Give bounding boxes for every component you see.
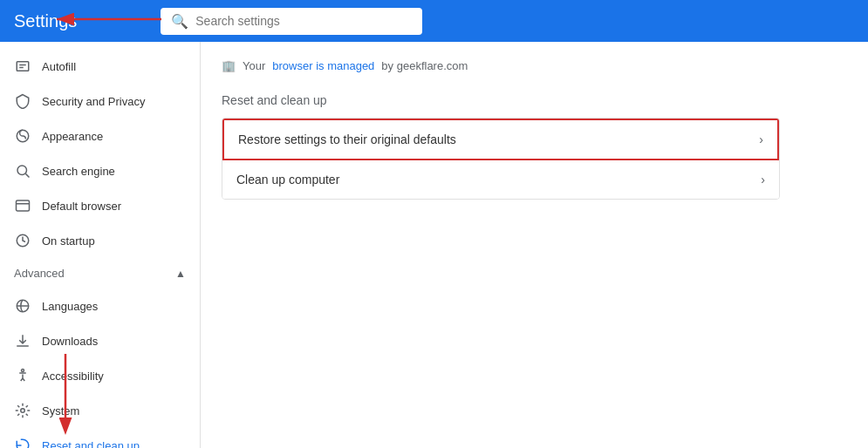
sidebar-label-default-browser: Default browser bbox=[42, 200, 121, 213]
managed-banner: 🏢 Your browser is managed by geekflare.c… bbox=[222, 59, 847, 72]
managed-link[interactable]: browser is managed bbox=[272, 59, 374, 72]
accessibility-icon bbox=[14, 367, 31, 384]
content-area: 🏢 Your browser is managed by geekflare.c… bbox=[201, 42, 868, 448]
search-icon: 🔍 bbox=[171, 13, 188, 30]
advanced-collapse-icon: ▲ bbox=[175, 268, 186, 280]
app-title: Settings bbox=[14, 11, 77, 31]
main-layout: Autofill Security and Privacy Appearance bbox=[0, 42, 868, 448]
sidebar-item-downloads[interactable]: Downloads bbox=[0, 323, 200, 358]
appearance-icon bbox=[14, 127, 31, 145]
sidebar-label-languages: Languages bbox=[42, 300, 98, 313]
svg-line-7 bbox=[25, 173, 29, 177]
svg-point-6 bbox=[17, 166, 27, 175]
security-icon bbox=[14, 92, 31, 110]
search-input[interactable] bbox=[195, 14, 412, 28]
sidebar-item-startup[interactable]: On startup bbox=[0, 223, 200, 258]
managed-icon: 🏢 bbox=[222, 59, 236, 72]
sidebar-label-autofill: Autofill bbox=[42, 60, 76, 73]
svg-rect-2 bbox=[17, 62, 29, 71]
clean-computer-row[interactable]: Clean up computer › bbox=[222, 160, 779, 199]
settings-list: Restore settings to their original defau… bbox=[222, 118, 780, 200]
sidebar-label-reset: Reset and clean up bbox=[42, 439, 140, 449]
search-bar[interactable]: 🔍 bbox=[161, 8, 422, 35]
advanced-section-header[interactable]: Advanced ▲ bbox=[0, 258, 200, 288]
managed-text-prefix: Your bbox=[243, 59, 265, 72]
sidebar: Autofill Security and Privacy Appearance bbox=[0, 42, 201, 448]
svg-point-14 bbox=[21, 409, 25, 413]
svg-rect-8 bbox=[17, 200, 30, 211]
sidebar-item-search[interactable]: Search engine bbox=[0, 153, 200, 188]
restore-defaults-row[interactable]: Restore settings to their original defau… bbox=[222, 119, 779, 160]
sidebar-label-accessibility: Accessibility bbox=[42, 370, 104, 383]
autofill-icon bbox=[14, 58, 31, 75]
sidebar-item-languages[interactable]: Languages bbox=[0, 288, 200, 323]
sidebar-label-downloads: Downloads bbox=[42, 335, 98, 348]
sidebar-item-accessibility[interactable]: Accessibility bbox=[0, 358, 200, 393]
search-engine-icon bbox=[14, 162, 31, 180]
sidebar-item-security[interactable]: Security and Privacy bbox=[0, 84, 200, 119]
sidebar-label-search: Search engine bbox=[42, 165, 115, 178]
sidebar-item-default-browser[interactable]: Default browser bbox=[0, 188, 200, 223]
sidebar-label-appearance: Appearance bbox=[42, 130, 103, 143]
languages-icon bbox=[14, 297, 31, 315]
downloads-icon bbox=[14, 332, 31, 350]
sidebar-item-system[interactable]: System bbox=[0, 393, 200, 428]
system-icon bbox=[14, 402, 31, 419]
svg-point-13 bbox=[22, 370, 24, 372]
reset-icon bbox=[14, 437, 31, 448]
title-text: Settings bbox=[14, 11, 77, 31]
startup-icon bbox=[14, 232, 31, 249]
managed-text-suffix: by geekflare.com bbox=[381, 59, 468, 72]
sidebar-item-appearance[interactable]: Appearance bbox=[0, 119, 200, 153]
sidebar-item-autofill[interactable]: Autofill bbox=[0, 49, 200, 84]
header: Settings 🔍 bbox=[0, 0, 868, 42]
browser-icon bbox=[14, 197, 31, 214]
clean-computer-label: Clean up computer bbox=[236, 173, 339, 187]
advanced-label: Advanced bbox=[14, 267, 65, 280]
restore-defaults-label: Restore settings to their original defau… bbox=[238, 132, 456, 146]
sidebar-label-startup: On startup bbox=[42, 234, 95, 248]
sidebar-label-system: System bbox=[42, 404, 79, 417]
restore-defaults-chevron: › bbox=[759, 132, 763, 146]
sidebar-item-reset[interactable]: Reset and clean up bbox=[0, 428, 200, 448]
clean-computer-chevron: › bbox=[761, 173, 765, 187]
content-section-title: Reset and clean up bbox=[222, 93, 847, 107]
sidebar-label-security: Security and Privacy bbox=[42, 95, 146, 108]
